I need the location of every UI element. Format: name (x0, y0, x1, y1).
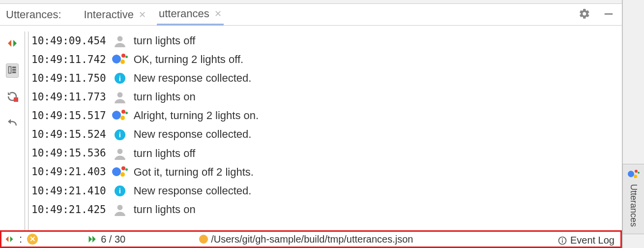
rail-tab-label: Utterances (628, 184, 639, 227)
assistant-icon (628, 169, 640, 180)
assistant-icon (112, 165, 128, 180)
log-row: 10:49:11.773turn lights on (31, 88, 622, 106)
log-text: Got it, turning off 2 lights. (134, 164, 254, 181)
timestamp: 10:49:15.536 (31, 145, 106, 161)
log-text: OK, turning 2 lights off. (134, 51, 243, 68)
gear-icon[interactable] (577, 6, 592, 23)
svg-point-7 (117, 93, 122, 98)
timestamp: 10:49:21.425 (31, 202, 106, 218)
user-icon (112, 90, 128, 104)
progress-text: 6 / 30 (101, 234, 125, 245)
status-dot-icon (199, 235, 208, 244)
status-bar: : ✕ 6 / 30 /Users/git/gh-sample/build/tm… (0, 230, 622, 248)
event-log-icon (557, 236, 567, 246)
svg-rect-4 (12, 71, 16, 73)
log-row: 10:49:15.517Alright, turning 2 lights on… (31, 106, 622, 125)
event-log-button[interactable]: Event Log (554, 233, 618, 248)
timestamp: 10:49:11.742 (31, 52, 106, 68)
svg-rect-2 (12, 66, 16, 68)
user-icon (112, 202, 128, 217)
log-row: 10:49:21.403Got it, turning off 2 lights… (31, 163, 622, 182)
tabs-row: Utterances: Interactive ✕ utterances ✕ (0, 4, 622, 26)
utterances-panel: Utterances: Interactive ✕ utterances ✕ (0, 0, 622, 248)
log-text: Alright, turning 2 lights on. (134, 107, 259, 124)
log-gutter (25, 31, 29, 230)
close-icon[interactable]: ✕ (214, 8, 222, 19)
timestamp: 10:49:09.454 (31, 33, 106, 49)
error-badge-icon[interactable]: ✕ (27, 234, 38, 245)
run-progress: 6 / 30 (87, 234, 125, 245)
assistant-icon (112, 108, 128, 123)
svg-point-6 (117, 36, 122, 41)
svg-point-12 (562, 238, 563, 239)
log-text: turn lights on (134, 201, 196, 218)
undo-icon[interactable] (6, 117, 18, 130)
info-icon: i (112, 127, 128, 142)
tab-utterances[interactable]: utterances ✕ (157, 4, 224, 26)
timestamp: 10:49:11.750 (31, 70, 106, 87)
svg-rect-11 (562, 240, 563, 243)
log-list: 10:49:09.454turn lights off10:49:11.742O… (31, 31, 622, 230)
timestamp: 10:49:15.524 (31, 126, 106, 143)
tab-label: Interactive (84, 8, 134, 21)
timestamp: 10:49:11.773 (31, 89, 106, 105)
svg-rect-1 (9, 66, 11, 73)
log-text: turn lights on (134, 89, 196, 105)
log-row: 10:49:15.524iNew response collected. (31, 125, 622, 144)
close-icon[interactable]: ✕ (139, 9, 146, 20)
log-row: 10:49:21.410iNew response collected. (31, 182, 622, 200)
log-text: New response collected. (134, 126, 252, 143)
svg-point-8 (117, 149, 122, 154)
log-row: 10:49:15.536turn lights off (31, 144, 622, 163)
timestamp: 10:49:21.403 (31, 164, 106, 180)
side-toolbar (0, 26, 25, 230)
play-icon (87, 234, 98, 244)
info-icon: i (112, 184, 128, 198)
svg-point-9 (117, 205, 122, 210)
tab-label: utterances (159, 7, 209, 20)
panel-top-separator (0, 0, 622, 4)
user-icon (112, 146, 128, 161)
restart-icon[interactable] (6, 91, 18, 104)
svg-rect-3 (12, 69, 16, 70)
info-icon: i (112, 71, 128, 86)
assistant-icon (112, 52, 128, 67)
log-text: turn lights off (134, 145, 196, 162)
log-text: turn lights off (134, 32, 196, 49)
tab-interactive[interactable]: Interactive ✕ (82, 4, 148, 25)
file-path: /Users/git/gh-sample/build/tmp/utterance… (211, 234, 413, 245)
rail-tab-utterances[interactable]: Utterances (622, 164, 644, 234)
svg-rect-0 (605, 13, 613, 15)
minimize-icon[interactable] (601, 6, 616, 23)
step-arrows-icon[interactable] (6, 37, 18, 51)
log-row: 10:49:11.742OK, turning 2 lights off. (31, 50, 622, 69)
status-separator: : (19, 233, 22, 246)
layout-icon[interactable] (6, 63, 19, 78)
file-path-segment: /Users/git/gh-sample/build/tmp/utterance… (199, 234, 413, 245)
log-row: 10:49:09.454turn lights off (31, 31, 622, 50)
panel-title: Utterances: (6, 8, 61, 21)
log-text: New response collected. (134, 70, 252, 87)
user-icon (112, 33, 128, 48)
timestamp: 10:49:21.410 (31, 183, 106, 199)
log-row: 10:49:21.425turn lights on (31, 200, 622, 219)
log-text: New response collected. (134, 183, 252, 199)
right-rail: Utterances (622, 0, 644, 248)
svg-rect-5 (14, 97, 18, 102)
step-arrows-icon[interactable] (4, 234, 14, 244)
event-log-label: Event Log (570, 235, 615, 246)
log-row: 10:49:11.750iNew response collected. (31, 69, 622, 88)
timestamp: 10:49:15.517 (31, 108, 106, 124)
